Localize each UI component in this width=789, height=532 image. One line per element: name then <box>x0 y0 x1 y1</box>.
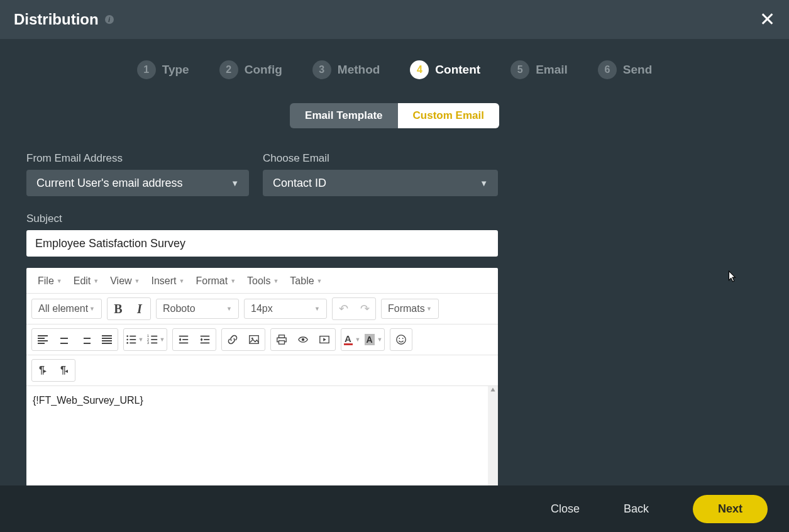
bullet-list-button[interactable]: ▼ <box>124 329 145 350</box>
svg-rect-26 <box>279 341 285 344</box>
editor-toolbar-1: All element▼ B I Roboto▼ 14px▼ ↶ ↷ Forma… <box>26 294 498 324</box>
background-color-button[interactable]: A▼ <box>363 329 384 350</box>
number-list-button[interactable]: 123▼ <box>145 329 167 350</box>
link-button[interactable] <box>222 329 243 350</box>
caret-down-icon: ▼ <box>135 278 140 284</box>
caret-down-icon: ▼ <box>355 336 361 343</box>
modal-footer: Close Back Next <box>0 485 789 532</box>
caret-down-icon: ▼ <box>314 306 320 312</box>
svg-rect-7 <box>151 336 157 337</box>
image-button[interactable] <box>243 329 265 350</box>
step-label: Email <box>536 63 568 77</box>
step-type[interactable]: 1 Type <box>137 60 189 79</box>
outdent-button[interactable] <box>173 329 194 350</box>
caret-down-icon: ▼ <box>317 278 323 284</box>
print-button[interactable] <box>271 329 292 350</box>
caret-down-icon: ▼ <box>377 336 383 343</box>
menu-edit[interactable]: Edit▼ <box>69 273 104 289</box>
step-number: 1 <box>137 60 156 79</box>
editor-content: {!FT_Web_Survey_URL} <box>33 395 143 406</box>
menu-format[interactable]: Format▼ <box>190 273 241 289</box>
svg-point-2 <box>126 339 128 341</box>
step-label: Send <box>623 63 652 77</box>
font-select[interactable]: Roboto▼ <box>157 299 238 318</box>
step-number: 6 <box>598 60 617 79</box>
svg-marker-33 <box>490 387 495 391</box>
caret-down-icon: ▼ <box>426 306 432 312</box>
menu-tools[interactable]: Tools▼ <box>242 273 284 289</box>
svg-rect-1 <box>130 336 136 337</box>
svg-marker-18 <box>201 338 203 340</box>
svg-marker-19 <box>201 340 203 341</box>
caret-down-icon: ▼ <box>57 278 62 284</box>
menu-file[interactable]: File▼ <box>33 273 67 289</box>
redo-button[interactable]: ↷ <box>354 298 375 319</box>
step-config[interactable]: 2 Config <box>219 60 282 79</box>
align-left-button[interactable] <box>32 329 53 350</box>
choose-email-value: Contact ID <box>273 177 326 190</box>
menu-view[interactable]: View▼ <box>105 273 145 289</box>
media-button[interactable] <box>314 329 335 350</box>
step-label: Type <box>162 63 189 77</box>
caret-down-icon: ▼ <box>226 306 232 312</box>
svg-marker-14 <box>179 340 182 341</box>
tab-custom-email[interactable]: Custom Email <box>398 103 499 128</box>
indent-button[interactable] <box>194 329 216 350</box>
font-size-select[interactable]: 14px▼ <box>245 299 326 318</box>
italic-button[interactable]: I <box>129 298 150 319</box>
svg-rect-20 <box>204 339 209 340</box>
choose-email-select[interactable]: Contact ID ▼ <box>263 170 498 196</box>
element-select[interactable]: All element▼ <box>32 299 101 318</box>
step-method[interactable]: 3 Method <box>312 60 380 79</box>
svg-text:3: 3 <box>147 341 149 345</box>
align-center-button[interactable] <box>53 329 75 350</box>
rtl-button[interactable]: ¶◂ <box>53 360 75 381</box>
svg-marker-13 <box>179 338 182 340</box>
preview-button[interactable] <box>292 329 314 350</box>
step-label: Config <box>245 63 282 77</box>
svg-rect-5 <box>130 343 136 344</box>
page-title: Distribution i <box>14 11 114 28</box>
close-button[interactable]: Close <box>551 502 580 516</box>
menu-table[interactable]: Table▼ <box>285 273 327 289</box>
undo-button[interactable]: ↶ <box>333 298 354 319</box>
formats-select[interactable]: Formats▼ <box>382 299 438 318</box>
editor-scrollbar[interactable] <box>488 386 498 494</box>
close-icon[interactable]: ✕ <box>759 10 775 29</box>
svg-rect-21 <box>201 343 209 344</box>
caret-down-icon: ▼ <box>93 278 99 284</box>
step-email[interactable]: 5 Email <box>510 60 568 79</box>
tab-email-template[interactable]: Email Template <box>290 103 397 128</box>
step-number: 5 <box>510 60 529 79</box>
from-email-value: Current User's email address <box>36 177 183 190</box>
bold-button[interactable]: B <box>108 298 129 319</box>
step-content[interactable]: 4 Content <box>410 60 480 79</box>
emoji-button[interactable] <box>390 329 412 350</box>
info-icon[interactable]: i <box>105 15 114 24</box>
step-label: Content <box>435 63 480 77</box>
svg-point-31 <box>399 338 400 339</box>
align-right-button[interactable] <box>75 329 96 350</box>
align-justify-button[interactable] <box>96 329 118 350</box>
step-send[interactable]: 6 Send <box>598 60 652 79</box>
back-button[interactable]: Back <box>624 502 649 516</box>
modal-header: Distribution i ✕ <box>0 0 789 39</box>
step-number: 2 <box>219 60 238 79</box>
ltr-button[interactable]: ¶▸ <box>32 360 53 381</box>
from-email-label: From Email Address <box>26 152 249 165</box>
subject-input[interactable] <box>26 230 498 257</box>
choose-email-label: Choose Email <box>263 152 498 165</box>
caret-down-icon: ▼ <box>230 278 236 284</box>
next-button[interactable]: Next <box>693 495 768 523</box>
page-title-text: Distribution <box>14 11 99 28</box>
menu-insert[interactable]: Insert▼ <box>146 273 190 289</box>
svg-rect-12 <box>179 336 188 337</box>
text-color-button[interactable]: A▼ <box>341 329 363 350</box>
step-number: 3 <box>312 60 331 79</box>
from-email-select[interactable]: Current User's email address ▼ <box>26 170 249 196</box>
svg-rect-17 <box>201 336 209 337</box>
svg-rect-16 <box>179 343 188 344</box>
svg-point-4 <box>126 342 128 344</box>
subject-label: Subject <box>26 213 498 225</box>
editor-body[interactable]: {!FT_Web_Survey_URL} <box>26 386 488 494</box>
